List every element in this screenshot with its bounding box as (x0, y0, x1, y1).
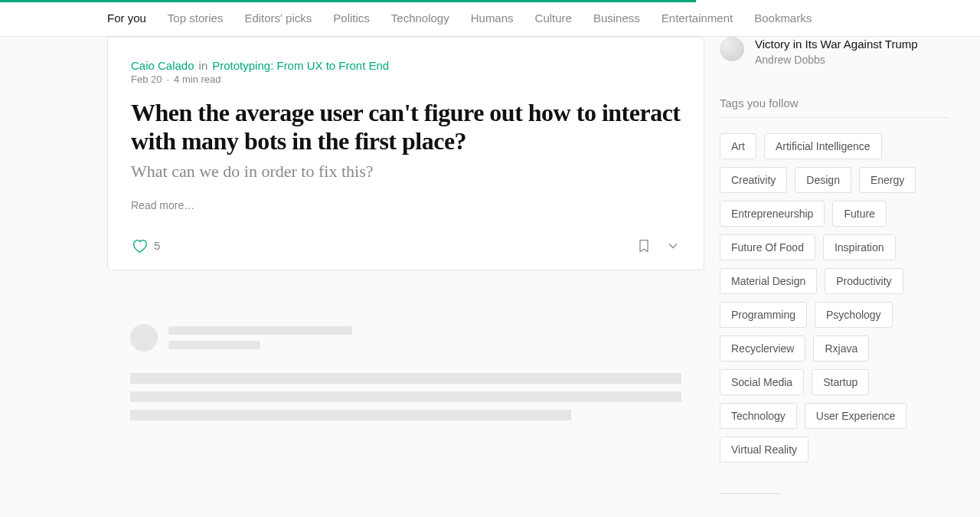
nav-item-business[interactable]: Business (593, 11, 640, 25)
tag-productivity[interactable]: Productivity (825, 268, 903, 294)
article-title[interactable]: When the average user can't figure out h… (131, 99, 681, 155)
footer-rule (720, 493, 781, 494)
loading-placeholder (107, 301, 704, 451)
avatar (720, 37, 744, 61)
reading-author: Andrew Dobbs (755, 54, 918, 66)
article-readtime: 4 min read (174, 74, 220, 85)
tag-recyclerview[interactable]: Recyclerview (720, 335, 805, 362)
article-actions: 5 (131, 233, 681, 259)
nav-item-entertainment[interactable]: Entertainment (662, 11, 733, 25)
tag-future[interactable]: Future (832, 201, 886, 227)
tag-creativity[interactable]: Creativity (720, 167, 787, 193)
placeholder-line (130, 410, 571, 420)
article-date: Feb 20 (131, 74, 162, 85)
tags-container: ArtArtificial IntelligenceCreativityDesi… (720, 133, 949, 463)
placeholder-line (168, 341, 260, 349)
placeholder-line (130, 391, 681, 402)
tag-design[interactable]: Design (795, 167, 851, 193)
loading-progress-bar (0, 0, 696, 2)
read-more-link[interactable]: Read more… (131, 199, 194, 211)
main-column: Caio Calado in Prototyping: From UX to F… (0, 37, 720, 517)
tag-rxjava[interactable]: Rxjava (813, 335, 869, 362)
tag-inspiration[interactable]: Inspiration (823, 234, 896, 260)
heart-icon[interactable] (131, 237, 148, 254)
sidebar: Victory in Its War Against Trump Andrew … (720, 37, 980, 517)
tag-psychology[interactable]: Psychology (815, 302, 893, 328)
like-count: 5 (154, 239, 160, 252)
top-nav: For youTop storiesEditors' picksPolitics… (0, 0, 980, 37)
tag-startup[interactable]: Startup (812, 369, 869, 395)
tag-artificial-intelligence[interactable]: Artificial Intelligence (764, 133, 882, 159)
reading-list-item[interactable]: Victory in Its War Against Trump Andrew … (720, 37, 949, 66)
placeholder-line (168, 326, 352, 335)
author-link[interactable]: Caio Calado (131, 59, 194, 72)
tag-art[interactable]: Art (720, 133, 756, 159)
tags-section-title: Tags you follow (720, 97, 949, 118)
nav-item-for-you[interactable]: For you (107, 11, 146, 25)
tag-virtual-reality[interactable]: Virtual Reality (720, 437, 808, 463)
nav-item-technology[interactable]: Technology (391, 11, 449, 25)
tag-entrepreneurship[interactable]: Entrepreneurship (720, 201, 825, 227)
reading-title: Victory in Its War Against Trump (755, 37, 918, 52)
tag-user-experience[interactable]: User Experience (805, 403, 907, 429)
nav-item-humans[interactable]: Humans (471, 11, 514, 25)
tag-technology[interactable]: Technology (720, 403, 797, 429)
byline-in: in (199, 59, 208, 72)
nav-item-politics[interactable]: Politics (333, 11, 370, 25)
article-meta: Feb 20·4 min read (131, 74, 681, 85)
nav-item-culture[interactable]: Culture (535, 11, 572, 25)
placeholder-line (130, 373, 681, 384)
tag-programming[interactable]: Programming (720, 302, 807, 328)
tag-energy[interactable]: Energy (859, 167, 916, 193)
tag-social-media[interactable]: Social Media (720, 369, 804, 395)
placeholder-avatar (130, 324, 158, 352)
article-subtitle: What can we do in order to fix this? (131, 162, 681, 182)
nav-item-bookmarks[interactable]: Bookmarks (754, 11, 812, 25)
tag-future-of-food[interactable]: Future Of Food (720, 234, 815, 260)
tag-material-design[interactable]: Material Design (720, 268, 817, 294)
nav-list: For youTop storiesEditors' picksPolitics… (107, 11, 812, 25)
nav-item-top-stories[interactable]: Top stories (168, 11, 224, 25)
bookmark-icon[interactable] (636, 238, 652, 254)
chevron-down-icon[interactable] (665, 238, 681, 254)
nav-item-editors-picks[interactable]: Editors' picks (244, 11, 312, 25)
article-card: Caio Calado in Prototyping: From UX to F… (107, 37, 704, 270)
byline: Caio Calado in Prototyping: From UX to F… (131, 59, 681, 72)
publication-link[interactable]: Prototyping: From UX to Front End (212, 59, 389, 72)
